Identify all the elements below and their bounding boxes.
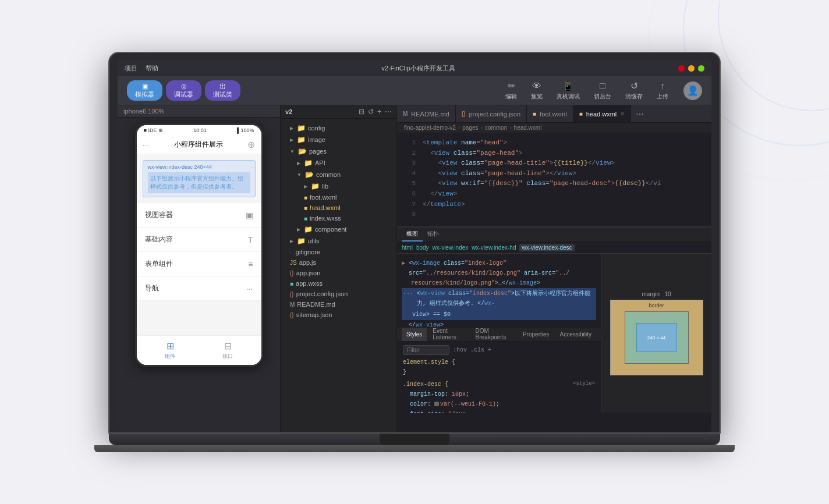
footer-tab-api[interactable]: ⊟ 接口 xyxy=(222,340,233,360)
tree-file-app-js[interactable]: JS app.js xyxy=(281,257,396,268)
path-item-desc[interactable]: wx-view.index-desc xyxy=(519,244,574,251)
action-clear-cache-label: 清缓存 xyxy=(625,93,643,101)
menu-item-form[interactable]: 表单组件 ≡ xyxy=(137,252,261,276)
menu-item-view-container[interactable]: 视图容器 ▣ xyxy=(137,203,261,228)
menu-item-help[interactable]: 帮助 xyxy=(146,64,158,73)
action-upload[interactable]: ↑ 上传 xyxy=(651,79,674,103)
window-max-btn[interactable] xyxy=(698,65,704,72)
menu-item-basic-label: 基础内容 xyxy=(145,235,173,244)
tree-add-btn[interactable]: + xyxy=(377,108,381,116)
action-preview[interactable]: 👁 预览 xyxy=(525,79,548,103)
title-bar: 项目 帮助 v2-FinClip小程序开发工具 xyxy=(118,60,711,76)
tree-folder-api[interactable]: ▶ 📁 API xyxy=(281,157,396,169)
tree-file-foot-wxml[interactable]: ■ foot.wxml xyxy=(281,192,396,203)
arrow-icon: ▶ xyxy=(297,227,300,232)
styles-tab-properties[interactable]: Properties xyxy=(518,328,554,341)
tab-head-close-icon[interactable]: ✕ xyxy=(620,111,625,117)
statusbar-left: ■ IDE ⊕ xyxy=(144,127,163,133)
code-content: <view class="page-head-title">{{title}}<… xyxy=(423,158,615,169)
action-device-debug-label: 真机调试 xyxy=(557,93,580,101)
styles-tab-styles[interactable]: Styles xyxy=(402,328,427,341)
tree-file-head-wxml[interactable]: ■ head.wxml xyxy=(281,203,396,213)
style-selector: .index-desc { <style> xyxy=(403,379,595,389)
action-background[interactable]: □ 切后台 xyxy=(588,79,617,103)
html-inspector[interactable]: ▶ <wx-image class="index-logo" src="../r… xyxy=(397,254,601,328)
style-selector: element.style { xyxy=(403,357,595,367)
tree-file-sitemap[interactable]: {} sitemap.json xyxy=(281,310,396,320)
styles-tab-dom-breakpoints[interactable]: DOM Breakpoints xyxy=(471,328,517,341)
window-min-btn[interactable] xyxy=(688,65,695,72)
tree-folder-pages[interactable]: ▼ 📂 pages xyxy=(281,145,396,157)
mode-test[interactable]: 出 测试类 xyxy=(205,80,240,100)
tab-foot-wxml[interactable]: ■ foot.wxml xyxy=(527,105,573,122)
navbar-more-icon[interactable]: ⊕ xyxy=(247,139,255,150)
path-item-hd[interactable]: wx-view.index-hd xyxy=(472,244,516,251)
folder-image-label: image xyxy=(308,136,325,143)
mode-simulator[interactable]: ▣ 模拟器 xyxy=(127,80,162,100)
mode-buttons: ▣ 模拟器 ◎ 调试器 出 测试类 xyxy=(127,80,240,100)
upload-icon: ↑ xyxy=(660,81,665,91)
tree-folder-config[interactable]: ▶ 📁 config xyxy=(281,122,396,134)
tree-more-btn[interactable]: ⋯ xyxy=(385,108,392,116)
component-tab-label: 组件 xyxy=(165,353,175,360)
footer-tab-component[interactable]: ⊞ 组件 xyxy=(165,340,175,360)
menu-item-basic-content[interactable]: 基础内容 T xyxy=(137,228,261,252)
path-item-body[interactable]: body xyxy=(416,244,429,251)
styles-content: :hov .cls + element.style { } .index-des… xyxy=(397,342,601,413)
folder-common-label: common xyxy=(316,171,341,178)
tree-file-gitignore[interactable]: · .gitignore xyxy=(281,247,396,257)
json-file-icon: {} xyxy=(290,312,294,318)
user-avatar[interactable]: 👤 xyxy=(683,81,702,100)
tree-folder-common[interactable]: ▼ 📂 common xyxy=(281,169,396,180)
element-highlight-box: wx-view.index-desc 240×44 以下组展示小程序官方组件能力… xyxy=(143,160,256,197)
box-padding-val: - xyxy=(656,318,657,324)
arrow-icon: ▶ xyxy=(290,126,293,131)
simulator-panel: iphone6 100% ■ IDE ⊕ 10:01 ▌100% xyxy=(118,105,281,432)
arrow-icon: ▶ xyxy=(290,239,293,244)
styles-tab-accessibility[interactable]: Accessibility xyxy=(555,328,596,341)
tree-file-app-json[interactable]: {} app.json xyxy=(281,268,396,278)
html-content: resources/kind/logo.png">_</wx-image> xyxy=(411,278,540,288)
action-device-debug[interactable]: 📱 真机调试 xyxy=(551,78,586,103)
menu-item-view-icon: ▣ xyxy=(246,211,253,220)
tree-folder-component[interactable]: ▶ 📁 component xyxy=(281,223,396,235)
styles-filter-input[interactable] xyxy=(403,345,449,355)
tree-collapse-btn[interactable]: ⊟ xyxy=(359,108,364,116)
tab-head-wxml[interactable]: ■ head.wxml ✕ xyxy=(573,105,632,122)
tree-folder-lib[interactable]: ▶ 📁 lib xyxy=(281,180,396,192)
tree-refresh-btn[interactable]: ↺ xyxy=(368,108,374,116)
menu-item-nav[interactable]: 导航 ··· xyxy=(137,276,261,301)
elements-tab-label: 概图 xyxy=(406,230,418,238)
styles-tab-event-listeners[interactable]: Event Listeners xyxy=(428,328,469,341)
laptop-wrapper: 项目 帮助 v2-FinClip小程序开发工具 ▣ 模拟器 xyxy=(94,52,735,452)
tree-folder-image[interactable]: ▶ 📁 image xyxy=(281,134,396,145)
tree-file-index-wxss[interactable]: ■ index.wxss xyxy=(281,213,396,223)
action-edit[interactable]: ✏ 编辑 xyxy=(499,78,523,103)
code-editor[interactable]: 1 <template name="head"> 2 <view class="… xyxy=(397,133,711,226)
path-item-index[interactable]: wx-view.index xyxy=(433,244,469,251)
tab-project-config[interactable]: {} project.config.json xyxy=(456,105,527,122)
action-clear-cache[interactable]: ↺ 清缓存 xyxy=(619,78,649,103)
mode-debugger[interactable]: ◎ 调试器 xyxy=(166,80,201,100)
menu-item-project[interactable]: 项目 xyxy=(125,64,137,73)
devtools-tab-elements[interactable]: 概图 xyxy=(402,228,423,242)
file-index-wxss-label: index.wxss xyxy=(310,215,341,222)
folder-utils-label: utils xyxy=(308,237,320,244)
file-app-wxss-label: app.wxss xyxy=(296,280,323,287)
wxss-file-icon: ■ xyxy=(290,281,293,287)
window-close-btn[interactable] xyxy=(678,65,685,72)
line-number: 1 xyxy=(402,138,416,148)
navbar-back-icon[interactable]: ··· xyxy=(143,140,150,150)
tree-file-app-wxss[interactable]: ■ app.wxss xyxy=(281,278,396,289)
path-item-html[interactable]: html xyxy=(402,244,413,251)
tree-file-project-config[interactable]: {} project.config.json xyxy=(281,289,396,299)
breadcrumb-sep-1: › xyxy=(458,125,460,131)
arrow-icon: ▼ xyxy=(297,172,302,178)
devtools-tab-network[interactable]: 拓扑 xyxy=(423,228,444,242)
tree-file-readme[interactable]: M README.md xyxy=(281,299,396,310)
app-title: 小程序组件展示 xyxy=(174,140,223,150)
tabs-more-btn[interactable]: ··· xyxy=(631,109,648,119)
tree-folder-utils[interactable]: ▶ 📁 utils xyxy=(281,235,396,247)
tab-readme[interactable]: M README.md xyxy=(397,105,456,122)
statusbar-right: ▌100% xyxy=(237,127,254,133)
